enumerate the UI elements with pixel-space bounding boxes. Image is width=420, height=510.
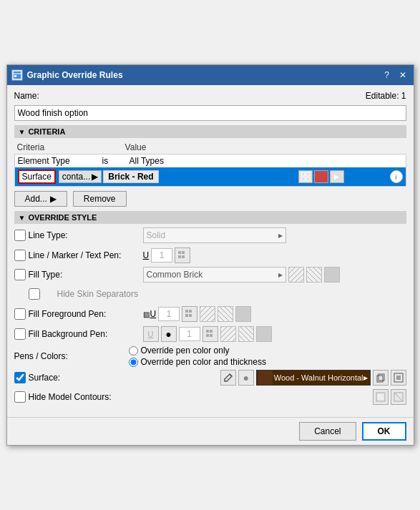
fill-fg-icons: ▨ U	[143, 309, 157, 319]
line-type-row: Line Type: Solid ▶	[14, 227, 406, 244]
fill-fg-underline: U	[150, 309, 157, 319]
svg-rect-11	[185, 310, 188, 313]
fill-fg-checkbox[interactable]	[14, 308, 26, 320]
name-input[interactable]	[14, 105, 406, 121]
line-type-dropdown[interactable]: Solid ▶	[143, 227, 286, 243]
svg-rect-4	[306, 172, 310, 176]
add-label: Add...	[25, 194, 47, 204]
add-remove-row: Add... ▶ Remove	[14, 191, 406, 207]
surface-picker-btn[interactable]	[220, 370, 236, 386]
svg-rect-6	[306, 177, 310, 181]
surface-checkbox[interactable]	[14, 372, 26, 383]
normal-row-operator: is	[102, 156, 124, 166]
line-type-value: Solid	[147, 230, 166, 240]
fill-type-hatch1	[288, 267, 304, 283]
fill-type-row: Fill Type: Common Brick ▶	[14, 267, 406, 283]
radio2-input[interactable]	[129, 358, 138, 367]
fill-fg-diag	[218, 306, 233, 322]
line-marker-label: Line / Marker / Text Pen:	[29, 250, 143, 260]
hide-model-icon2[interactable]	[391, 389, 406, 405]
cancel-button[interactable]: Cancel	[299, 422, 356, 441]
fill-type-checkbox[interactable]	[14, 269, 26, 280]
svg-rect-13	[185, 314, 188, 317]
line-type-control: Solid ▶	[143, 227, 406, 243]
criteria-scroll-area[interactable]: Element Type is All Types Surface conta.…	[14, 154, 406, 187]
radio1-label[interactable]: Override pen color only	[129, 345, 266, 355]
svg-rect-2	[14, 75, 16, 77]
override-arrow: ▼	[19, 214, 26, 222]
line-type-checkbox[interactable]	[14, 230, 26, 241]
fill-type-value: Common Brick	[147, 270, 203, 280]
fill-bg-underline: U	[148, 330, 154, 338]
radio1-input[interactable]	[129, 346, 138, 355]
add-button[interactable]: Add... ▶	[14, 191, 67, 207]
hide-skin-label: Hide Skin Separators	[43, 289, 157, 299]
svg-rect-10	[182, 255, 185, 258]
fill-fg-pen-num[interactable]: 1	[158, 307, 180, 321]
fill-bg-color-btn[interactable]: ●	[161, 326, 177, 342]
contains-button[interactable]: conta... ▶	[59, 170, 102, 183]
svg-rect-19	[377, 376, 383, 382]
fill-bg-row: Fill Background Pen: U ● 1	[14, 325, 406, 343]
criteria-row-selected[interactable]: Surface conta... ▶ Brick - Red	[15, 167, 406, 186]
surface-settings-btn[interactable]	[391, 370, 406, 386]
fill-type-control: Common Brick ▶	[143, 267, 406, 283]
criteria-row-icons: ▶ i	[298, 170, 403, 183]
contains-arrow: ▶	[92, 172, 98, 182]
fill-type-label: Fill Type:	[29, 270, 143, 280]
selected-value: Brick - Red	[103, 170, 158, 183]
close-button[interactable]: ✕	[396, 69, 409, 82]
add-arrow: ▶	[50, 194, 57, 204]
info-icon-btn[interactable]: i	[390, 170, 403, 183]
main-window: Graphic Override Rules ? ✕ Name: Editabl…	[6, 64, 414, 446]
radio2-label[interactable]: Override pen color and thickness	[129, 357, 266, 367]
line-type-arrow: ▶	[278, 232, 283, 239]
svg-rect-12	[189, 310, 192, 313]
fill-fg-grid-btn[interactable]	[182, 306, 197, 322]
fill-type-dropdown[interactable]: Common Brick ▶	[143, 267, 286, 283]
line-marker-pen-num[interactable]: 1	[151, 248, 172, 263]
hide-model-checkbox[interactable]	[14, 391, 26, 403]
pens-colors-label: Pens / Colors:	[14, 351, 129, 361]
surface-copy-btn[interactable]	[373, 370, 389, 386]
help-button[interactable]: ?	[381, 69, 394, 82]
fill-bg-label: Fill Background Pen:	[29, 329, 143, 339]
title-bar-buttons: ? ✕	[381, 69, 409, 82]
hide-skin-checkbox[interactable]	[29, 288, 40, 300]
line-marker-checkbox[interactable]	[14, 250, 26, 261]
window-icon	[11, 69, 23, 81]
remove-label: Remove	[84, 194, 116, 204]
svg-rect-15	[206, 330, 209, 333]
hide-model-label: Hide Model Contours:	[29, 392, 143, 402]
contains-label: conta...	[62, 172, 90, 182]
grid-icon-btn[interactable]	[298, 170, 313, 183]
fill-bg-pen-num[interactable]: 1	[179, 327, 200, 341]
surface-label: Surface:	[29, 373, 143, 383]
col-criteria: Criteria	[14, 141, 100, 154]
hide-model-icon1[interactable]	[373, 389, 389, 405]
override-section-header[interactable]: ▼ OVERRIDE STYLE	[14, 211, 406, 224]
svg-line-28	[394, 393, 403, 401]
play-icon-btn[interactable]: ▶	[330, 170, 344, 183]
surface-dropdown[interactable]: Wood - Walnut Horizontal ▶	[256, 370, 371, 386]
fill-fg-control: ▨ U 1	[143, 306, 406, 322]
ok-button[interactable]: OK	[362, 422, 406, 441]
fill-bg-checkbox[interactable]	[14, 328, 26, 340]
fill-bg-pen-icon[interactable]: U	[143, 326, 159, 342]
svg-rect-7	[178, 251, 181, 254]
surface-value: Wood - Walnut Horizontal	[274, 373, 363, 382]
svg-rect-26	[378, 394, 384, 400]
remove-button[interactable]: Remove	[73, 191, 127, 207]
surface-color-preview	[258, 371, 273, 385]
fill-bg-gray	[256, 326, 272, 342]
window-title: Graphic Override Rules	[27, 70, 123, 80]
surface-row: Surface: ● Wood - Walnut Horizontal ▶	[14, 370, 406, 386]
fill-bg-grid-btn[interactable]	[202, 326, 218, 342]
line-marker-grid-btn[interactable]	[175, 247, 190, 263]
hide-skin-row: Hide Skin Separators	[14, 285, 406, 303]
surface-color-btn[interactable]: ●	[238, 370, 254, 386]
criteria-section-header[interactable]: ▼ CRITERIA	[14, 125, 406, 138]
color-swatch-btn[interactable]	[314, 170, 328, 183]
line-marker-control: U 1	[143, 247, 406, 263]
radio1-text: Override pen color only	[141, 345, 230, 355]
